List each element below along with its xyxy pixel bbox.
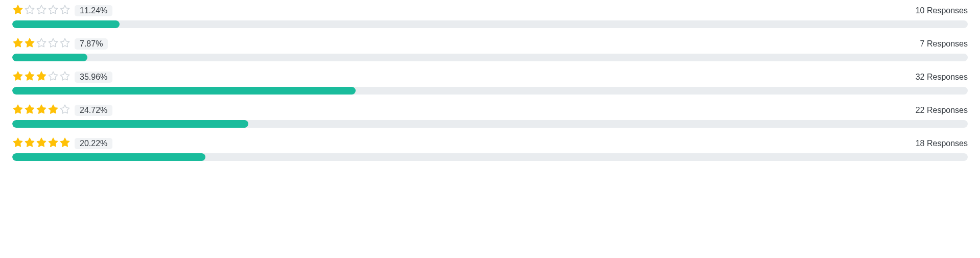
star-rating <box>12 104 71 117</box>
rating-row: 11.24%10 Responses <box>12 4 968 28</box>
star-filled-icon <box>36 71 47 84</box>
progress-fill <box>12 87 356 95</box>
star-filled-icon <box>24 37 35 51</box>
responses-count: 7 Responses <box>920 39 968 49</box>
percent-badge: 35.96% <box>75 72 112 83</box>
star-empty-icon <box>48 37 59 51</box>
star-filled-icon <box>59 137 71 150</box>
star-empty-icon <box>36 4 47 17</box>
star-filled-icon <box>12 4 24 17</box>
percent-badge: 11.24% <box>75 5 112 16</box>
star-filled-icon <box>24 104 35 117</box>
star-rating <box>12 4 71 17</box>
responses-count: 32 Responses <box>916 73 968 82</box>
rating-row-left: 11.24% <box>12 4 112 17</box>
star-rating <box>12 37 71 51</box>
star-filled-icon <box>36 104 47 117</box>
rating-row: 7.87%7 Responses <box>12 37 968 61</box>
rating-row-header: 20.22%18 Responses <box>12 137 968 150</box>
percent-badge: 7.87% <box>75 38 108 50</box>
rating-row: 35.96%32 Responses <box>12 71 968 95</box>
star-empty-icon <box>24 4 35 17</box>
star-filled-icon <box>48 104 59 117</box>
rating-row-left: 35.96% <box>12 71 112 84</box>
star-filled-icon <box>48 137 59 150</box>
rating-distribution: 11.24%10 Responses7.87%7 Responses35.96%… <box>12 4 968 161</box>
progress-fill <box>12 54 87 61</box>
star-filled-icon <box>12 104 24 117</box>
star-empty-icon <box>59 4 71 17</box>
star-filled-icon <box>36 137 47 150</box>
star-empty-icon <box>36 37 47 51</box>
star-rating <box>12 137 71 150</box>
rating-row-header: 7.87%7 Responses <box>12 37 968 51</box>
progress-track <box>12 20 968 28</box>
percent-badge: 24.72% <box>75 105 112 116</box>
responses-count: 10 Responses <box>916 6 968 15</box>
star-filled-icon <box>12 37 24 51</box>
star-empty-icon <box>59 104 71 117</box>
star-empty-icon <box>48 4 59 17</box>
percent-badge: 20.22% <box>75 138 112 149</box>
rating-row: 20.22%18 Responses <box>12 137 968 161</box>
rating-row-header: 35.96%32 Responses <box>12 71 968 84</box>
progress-fill <box>12 120 248 128</box>
rating-row-header: 11.24%10 Responses <box>12 4 968 17</box>
rating-row-left: 7.87% <box>12 37 108 51</box>
progress-track <box>12 153 968 161</box>
progress-track <box>12 120 968 128</box>
rating-row: 24.72%22 Responses <box>12 104 968 128</box>
progress-track <box>12 87 968 95</box>
star-filled-icon <box>24 71 35 84</box>
star-empty-icon <box>59 37 71 51</box>
progress-fill <box>12 153 205 161</box>
star-empty-icon <box>59 71 71 84</box>
star-rating <box>12 71 71 84</box>
progress-track <box>12 54 968 61</box>
responses-count: 22 Responses <box>916 106 968 115</box>
rating-row-left: 24.72% <box>12 104 112 117</box>
star-empty-icon <box>48 71 59 84</box>
rating-row-header: 24.72%22 Responses <box>12 104 968 117</box>
rating-row-left: 20.22% <box>12 137 112 150</box>
star-filled-icon <box>24 137 35 150</box>
progress-fill <box>12 20 120 28</box>
star-filled-icon <box>12 137 24 150</box>
star-filled-icon <box>12 71 24 84</box>
responses-count: 18 Responses <box>916 139 968 148</box>
